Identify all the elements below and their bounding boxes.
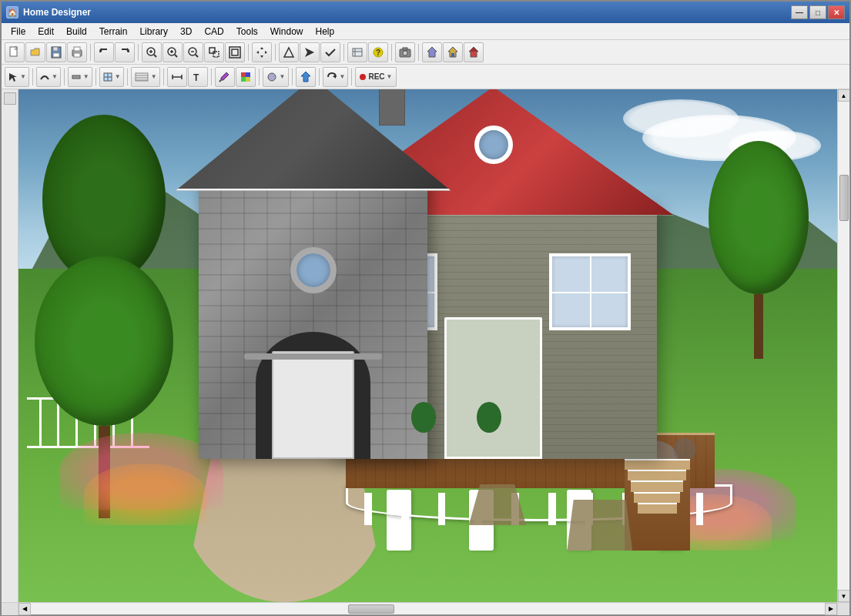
svg-rect-2	[53, 47, 58, 51]
svg-line-56	[219, 80, 221, 82]
scroll-thumb-horizontal[interactable]	[348, 604, 394, 614]
menu-cad[interactable]: CAD	[198, 24, 230, 39]
camera-button[interactable]	[395, 42, 415, 62]
left-panel-button[interactable]	[4, 92, 16, 105]
scroll-track-horizontal[interactable]	[31, 603, 825, 614]
separator4	[275, 44, 276, 61]
svg-rect-37	[403, 48, 407, 50]
arrow-up-button[interactable]	[279, 42, 299, 62]
pointer-tool-dropdown[interactable]: ▼	[5, 67, 29, 87]
separator-t2-7	[259, 69, 260, 85]
left-panel	[2, 89, 18, 602]
svg-marker-26	[256, 51, 259, 54]
separator-t2-2	[64, 69, 65, 85]
house3-button[interactable]	[464, 42, 484, 62]
rec-button-dropdown[interactable]: REC ▼	[355, 67, 396, 87]
svg-rect-6	[74, 53, 80, 57]
app-icon: 🏠	[6, 6, 18, 18]
scroll-track-vertical[interactable]	[838, 102, 849, 590]
svg-point-64	[360, 74, 366, 80]
rotate-tool-dropdown[interactable]: ▼	[323, 67, 349, 87]
scroll-right-arrow[interactable]: ▶	[825, 603, 837, 615]
house1-button[interactable]	[422, 42, 442, 62]
zoom-out-button[interactable]	[183, 42, 203, 62]
help-button[interactable]: ?	[368, 42, 388, 62]
dimension-button[interactable]	[167, 67, 187, 87]
material-button[interactable]	[236, 67, 256, 87]
separator5	[343, 44, 344, 61]
menu-file[interactable]: File	[5, 24, 32, 39]
svg-text:T: T	[193, 72, 199, 83]
separator7	[418, 44, 419, 61]
window-controls: — □ ✕	[791, 5, 845, 19]
scroll-left-arrow[interactable]: ◀	[18, 603, 31, 615]
new-button[interactable]	[5, 42, 25, 62]
paintbrush-button[interactable]	[215, 67, 235, 87]
svg-marker-25	[260, 55, 263, 58]
maximize-button[interactable]: □	[809, 5, 826, 19]
separator2	[138, 44, 139, 61]
svg-rect-21	[213, 52, 219, 57]
separator-t2-10	[351, 69, 352, 85]
menu-build[interactable]: Build	[60, 24, 93, 39]
menu-help[interactable]: Help	[309, 24, 340, 39]
toolbar2: ▼ ▼ ▼ ▼ ▼ T	[2, 65, 849, 89]
close-button[interactable]: ✕	[828, 5, 845, 19]
svg-rect-3	[53, 53, 59, 57]
pan-button[interactable]	[252, 42, 272, 62]
separator6	[391, 44, 392, 61]
check-button[interactable]	[320, 42, 340, 62]
menu-3d[interactable]: 3D	[174, 24, 198, 39]
svg-marker-29	[305, 48, 314, 57]
separator-t2-9	[319, 69, 320, 85]
svg-marker-27	[265, 51, 267, 54]
zoom-in-button[interactable]	[162, 42, 183, 62]
svg-point-61	[268, 73, 276, 81]
wall-tool-dropdown[interactable]: ▼	[68, 67, 92, 87]
menu-tools[interactable]: Tools	[230, 24, 264, 39]
svg-rect-22	[230, 47, 240, 58]
zoom-window2-button[interactable]	[225, 42, 245, 62]
main-area: ▲ ▼	[2, 89, 849, 602]
separator-t2-6	[211, 69, 212, 85]
svg-marker-28	[284, 48, 293, 57]
save-button[interactable]	[46, 42, 66, 62]
vertical-scrollbar[interactable]: ▲ ▼	[837, 89, 849, 602]
library-button[interactable]	[347, 42, 367, 62]
arrow-tool-button[interactable]	[296, 67, 316, 87]
text-button[interactable]: T	[188, 67, 208, 87]
svg-rect-40	[451, 53, 454, 57]
object-tool-dropdown[interactable]: ▼	[263, 67, 289, 87]
open-button[interactable]	[25, 42, 45, 62]
separator-t2-5	[163, 69, 164, 85]
arc-tool-dropdown[interactable]: ▼	[36, 67, 61, 87]
minimize-button[interactable]: —	[791, 5, 808, 19]
menu-library[interactable]: Library	[133, 24, 174, 39]
stair-tool-dropdown[interactable]: ▼	[131, 67, 160, 87]
scroll-thumb-vertical[interactable]	[839, 175, 849, 221]
menu-bar: File Edit Build Terrain Library 3D CAD T…	[2, 23, 849, 40]
menu-window[interactable]: Window	[264, 24, 310, 39]
redo-button[interactable]	[115, 42, 135, 62]
print-button[interactable]	[67, 42, 87, 62]
pointer2-button[interactable]	[300, 42, 320, 62]
separator3	[248, 44, 249, 61]
svg-line-10	[154, 55, 156, 57]
menu-edit[interactable]: Edit	[32, 24, 60, 39]
svg-point-36	[403, 51, 407, 55]
viewport[interactable]	[18, 89, 837, 602]
scroll-up-arrow[interactable]: ▲	[838, 89, 850, 102]
menu-terrain[interactable]: Terrain	[93, 24, 134, 39]
room-tool-dropdown[interactable]: ▼	[99, 67, 124, 87]
house2-button[interactable]	[443, 42, 463, 62]
title-bar: 🏠 Home Designer — □ ✕	[2, 2, 849, 23]
svg-line-14	[175, 55, 177, 57]
scroll-down-arrow[interactable]: ▼	[838, 590, 850, 602]
svg-rect-44	[72, 75, 80, 79]
window-title: Home Designer	[23, 7, 791, 18]
svg-rect-23	[232, 49, 238, 55]
svg-marker-38	[427, 47, 437, 57]
zoom-window-button[interactable]	[204, 42, 224, 62]
undo-button[interactable]	[94, 42, 114, 62]
zoom-fit-button[interactable]	[142, 42, 162, 62]
